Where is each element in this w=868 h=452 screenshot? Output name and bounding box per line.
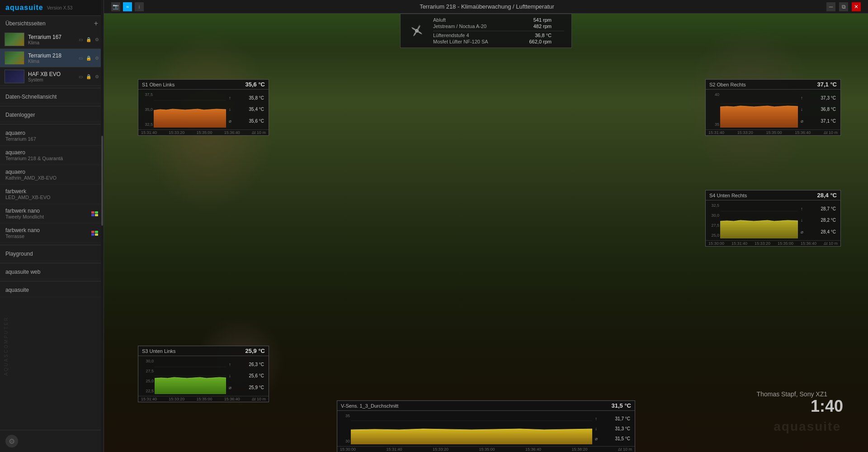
- sidebar-settings-icon[interactable]: ⚙: [5, 435, 18, 447]
- bottom-chart-stats: ↑ 31,7 °C ↓ 31,3 °C ⌀ 31,5 °C: [592, 413, 633, 444]
- bottom-time-2: 15:31:40: [386, 447, 402, 452]
- lock-icon-haf: 🔒: [85, 73, 92, 80]
- aquaero-kathrin-sub: Kathrin_AMD_XB-EVO: [5, 175, 98, 181]
- gear-icon-t218[interactable]: ⚙: [94, 55, 100, 61]
- aquaero-kathrin-label: aquaero: [5, 169, 98, 175]
- s2-time-start: 15:31:40: [708, 130, 724, 135]
- close-button[interactable]: ✕: [852, 2, 861, 11]
- sidebar: aquasuite Version X.53 Übersichtsseiten …: [0, 0, 104, 452]
- sidebar-link-aquasuite[interactable]: aquasuite: [0, 283, 104, 297]
- monitor-icon-haf: ▭: [77, 73, 84, 80]
- chart-s1-graph: [154, 91, 226, 128]
- sidebar-link-aquasuite-web[interactable]: aquasuite web: [0, 265, 104, 279]
- fan-icon: [408, 22, 426, 40]
- chart-s4-ylabels: 32,530,027,525,0: [708, 202, 720, 238]
- abluft-value: 541 rpm: [520, 17, 552, 23]
- farbwerk-terrasse-sub: Terrasse: [5, 233, 40, 239]
- chart-s1-ylabels: 37,535,032,5: [140, 91, 154, 128]
- add-overview-button[interactable]: +: [94, 19, 98, 28]
- bottom-chart-ylabels: 3530: [339, 413, 351, 444]
- sidebar-item-terrarium218[interactable]: Terrarium 218 Klima ▭ 🔒 ⚙: [0, 49, 104, 67]
- stream-icon[interactable]: ≈: [123, 2, 132, 11]
- svg-marker-7: [720, 106, 798, 128]
- farbwerk-tweety-icon: [91, 211, 98, 216]
- sidebar-link-aquaero-kathrin[interactable]: aquaero Kathrin_AMD_XB-EVO: [0, 165, 104, 185]
- chart-s3: S3 Unten Links 25,9 °C 30,027,525,022,5: [138, 346, 269, 402]
- sidebar-item-haf[interactable]: HAF XB EVO System ▭ 🔒 ⚙: [0, 67, 104, 86]
- sidebar-link-farbwerk-led[interactable]: farbwerk LED_AMD_XB-EVO: [0, 185, 104, 204]
- bottom-time-4: 15:35:00: [479, 447, 495, 452]
- link-label-aquasuite-web: aquasuite web: [5, 269, 40, 275]
- status-rows: Abluft 541 rpm Jetstream / Noctua A-20 4…: [433, 17, 564, 45]
- bottom-min: 31,3 °C: [615, 426, 630, 431]
- mosfet-label: Mosfet Lüfter NF-120 SA: [433, 39, 514, 44]
- chart-s3-header: S3 Unten Links 25,9 °C: [138, 346, 269, 356]
- gear-icon-t167[interactable]: ⚙: [94, 36, 100, 43]
- status-row-abluft: Abluft 541 rpm: [433, 17, 564, 23]
- s4-max: 28,7 °C: [821, 206, 836, 211]
- s2-delta: Δt 10 m: [824, 130, 838, 135]
- s1-time-end: 15:36:40: [224, 130, 240, 135]
- info-icon[interactable]: i: [135, 2, 144, 11]
- divider5: [0, 263, 104, 263]
- chart-s3-body: 30,027,525,022,5: [138, 356, 269, 396]
- topbar-controls: ─ ⧉ ✕: [826, 2, 861, 11]
- sidebar-link-playground[interactable]: Playground: [0, 247, 104, 261]
- farbwerk-led-label: farbwerk: [5, 188, 98, 195]
- bottom-chart-title: V-Sens. 1_3_Durchschnitt: [341, 403, 398, 409]
- status-row-jetstream: Jetstream / Noctua A-20 482 rpm: [433, 23, 564, 29]
- chart-s1-temp: 35,6 °C: [245, 81, 265, 88]
- sidebar-link-datenlogger[interactable]: Datenlogger: [0, 108, 104, 122]
- topbar-left-buttons: 📷 ≈ i: [111, 2, 147, 11]
- sidebar-link-farbwerk-tweety[interactable]: farbwerk nano Tweety Mondlicht: [0, 204, 104, 224]
- s1-time-start: 15:31:40: [141, 130, 157, 135]
- content-area: Abluft 541 rpm Jetstream / Noctua A-20 4…: [104, 14, 868, 452]
- time-display: 1:40: [811, 397, 843, 415]
- bottom-chart-body: 3530: [337, 411, 635, 446]
- chart-s3-title: S3 Unten Links: [142, 348, 176, 354]
- chart-s4-header: S4 Unten Rechts 28,4 °C: [706, 190, 840, 200]
- chart-s1-title: S1 Oben Links: [142, 82, 175, 87]
- thumb-terrarium167: [5, 33, 24, 46]
- link-label-aquasuite: aquasuite: [5, 287, 29, 293]
- bottom-chart-graph: [351, 413, 592, 444]
- bottom-chart-header: V-Sens. 1_3_Durchschnitt 31,5 °C: [337, 401, 635, 411]
- lock-icon-t218: 🔒: [85, 55, 92, 61]
- chart-s1-stats: ↑ 35,8 °C ↓ 35,4 °C ⌀ 35,6 °C: [226, 91, 267, 128]
- aquaero-t167-label: aquaero: [5, 130, 98, 136]
- farbwerk-tweety-label: farbwerk nano: [5, 208, 44, 214]
- sidebar-bottom: ⚙: [0, 430, 104, 452]
- sidebar-link-aquaero-t167[interactable]: aquaero Terrarium 167: [0, 126, 104, 146]
- svg-marker-4: [154, 109, 226, 128]
- bottom-time-3: 15:33:20: [433, 447, 448, 452]
- chart-s2-title: S2 Oben Rechts: [709, 82, 746, 87]
- jetstream-value: 482 rpm: [520, 24, 552, 29]
- sidebar-link-schnellansicht[interactable]: Daten-Schnellansicht: [0, 90, 104, 104]
- thumb-terrarium218: [5, 51, 24, 65]
- status-panel: Abluft 541 rpm Jetstream / Noctua A-20 4…: [400, 14, 572, 48]
- camera-icon[interactable]: 📷: [111, 2, 120, 11]
- item-sub-haf: System: [28, 77, 77, 82]
- status-row-luefter: Lüfterendstufe 4 36,8 °C: [433, 31, 564, 38]
- sidebar-link-farbwerk-terrasse[interactable]: farbwerk nano Terrasse: [0, 224, 104, 243]
- bottom-chart: V-Sens. 1_3_Durchschnitt 31,5 °C 3530: [337, 400, 635, 452]
- bottom-time-6: 15:38:20: [571, 447, 587, 452]
- bottom-time-1: 15:30:00: [340, 447, 356, 452]
- farbwerk-terrasse-icon: [91, 231, 98, 236]
- status-row-mosfet: Mosfet Lüfter NF-120 SA 662,0 rpm: [433, 38, 564, 45]
- s2-avg: 37,1 °C: [821, 119, 836, 124]
- chart-s4-stats: ↑ 28,7 °C ↓ 28,2 °C ⌀ 28,4 °C: [798, 202, 839, 238]
- minimize-button[interactable]: ─: [826, 2, 835, 11]
- sidebar-link-aquaero-t218[interactable]: aquaero Terrarium 218 & Quarantä: [0, 146, 104, 165]
- restore-button[interactable]: ⧉: [839, 2, 848, 11]
- gear-icon-haf[interactable]: ⚙: [94, 73, 100, 80]
- photo-time: 1:40: [811, 397, 843, 416]
- s4-delta: Δt 10 m: [824, 241, 838, 246]
- sidebar-scrollbar[interactable]: [101, 0, 104, 452]
- item-sub-terrarium167: Klima: [28, 40, 77, 45]
- bottom-chart-temp: 31,5 °C: [611, 402, 631, 409]
- overview-section-header: Übersichtsseiten +: [0, 16, 104, 30]
- sidebar-item-terrarium167[interactable]: Terrarium 167 Klima ▭ 🔒 ⚙: [0, 30, 104, 49]
- s1-time-2: 15:33:20: [169, 130, 184, 135]
- link-label-playground: Playground: [5, 251, 33, 257]
